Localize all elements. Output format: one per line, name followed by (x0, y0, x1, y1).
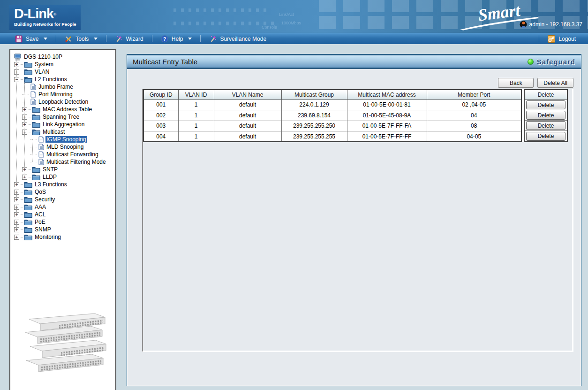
tree-item-label: Port Mirroring (38, 91, 74, 98)
content-area: DGS-1210-10P+System+VLAN−L2 FunctionsJum… (0, 44, 588, 390)
tree-guide-line (16, 61, 17, 237)
folder-icon (24, 61, 32, 68)
tree-connector (21, 192, 23, 192)
folder-icon (24, 234, 32, 240)
table-cell: 1 (178, 131, 214, 142)
help-button[interactable]: ? Help (152, 33, 201, 44)
user-address: admin - 192.168.3.37 (529, 21, 582, 28)
tree-connector (21, 229, 23, 230)
tree-item-label: DGS-1210-10P (23, 54, 63, 60)
tree-item-multicast[interactable]: −Multicast (14, 128, 115, 136)
logout-button[interactable]: Logout (539, 35, 588, 43)
tree-item-dgs-1210-10p[interactable]: DGS-1210-10P (14, 53, 115, 61)
tree-item-spanning-tree[interactable]: +Spanning Tree (14, 113, 115, 121)
tree-item-label: MLD Snooping (45, 144, 84, 150)
tree-item-system[interactable]: +System (14, 61, 115, 68)
tree-item-label: SNTP (42, 166, 59, 173)
tree-item-label: Spanning Tree (42, 114, 80, 120)
table-cell: 01-00-5E-7F-FF-FF (347, 131, 427, 142)
table-cell: 1 (178, 121, 214, 131)
save-button[interactable]: Save (7, 33, 56, 44)
table-cell: default (214, 99, 281, 110)
tree-item-l2-functions[interactable]: −L2 Functions (14, 76, 115, 83)
tree-item-label: LLDP (42, 174, 58, 180)
tree-item-qos[interactable]: +QoS (14, 188, 115, 196)
table-cell: 224.0.1.129 (281, 99, 347, 110)
tree-item-mld-snooping[interactable]: MLD Snooping (14, 143, 115, 151)
action-buttons: Back Delete All (498, 78, 573, 88)
folder-icon (32, 121, 40, 128)
safeguard-label: Safeguard (537, 58, 575, 66)
page-icon (30, 99, 36, 105)
tree-connector (21, 207, 23, 207)
delete-row-button-3[interactable]: Delete (526, 121, 565, 130)
tree-item-mac-address-table[interactable]: +MAC Address Table (14, 106, 115, 113)
delete-cell: Delete (525, 100, 567, 110)
tree-item-port-mirroring[interactable]: Port Mirroring (14, 91, 115, 98)
page-icon (30, 91, 36, 98)
tree-connector (30, 139, 37, 140)
tools-button[interactable]: Tools (56, 33, 106, 44)
page-icon (38, 159, 44, 165)
tree-item-label: ACL (34, 211, 46, 218)
tools-dropdown-caret[interactable] (94, 38, 98, 40)
back-button[interactable]: Back (498, 78, 534, 88)
toolbar: Save Tools Wizard ? Help (0, 33, 588, 44)
folder-icon (24, 226, 32, 233)
tree-item-label: L2 Functions (34, 76, 68, 83)
tree-item-jumbo-frame[interactable]: Jumbo Frame (14, 83, 115, 91)
tree-item-sntp[interactable]: +SNTP (14, 166, 115, 173)
tree-item-acl[interactable]: +ACL (14, 211, 115, 218)
table-row: 0021default239.69.8.15401-00-5E-45-08-9A… (143, 110, 521, 121)
tree-item-label: SNMP (34, 226, 52, 233)
tree-item-security[interactable]: +Security (14, 196, 115, 203)
tree-item-lldp[interactable]: +LLDP (14, 173, 115, 181)
delete-row-button-2[interactable]: Delete (526, 111, 565, 120)
tree-item-igmp-snooping[interactable]: IGMP Snooping (14, 136, 115, 143)
delete-row-button-4[interactable]: Delete (526, 132, 565, 141)
table-row: 0011default224.0.1.12901-00-5E-00-01-810… (143, 99, 521, 110)
table-cell: 01-00-5E-45-08-9A (347, 110, 427, 121)
tree-item-multicast-forwarding[interactable]: Multicast Forwarding (14, 151, 115, 158)
sidebar: DGS-1210-10P+System+VLAN−L2 FunctionsJum… (9, 49, 116, 390)
table-cell: 1 (178, 110, 214, 121)
table-inset: Group IDVLAN IDVLAN NameMulticast GroupM… (142, 89, 573, 352)
tree-connector (29, 169, 30, 170)
tree-item-label: Monitoring (34, 234, 62, 240)
table-row: 0041default239.255.255.25501-00-5E-7F-FF… (143, 131, 521, 142)
surveillance-mode-button[interactable]: Surveillance Mode (201, 33, 275, 44)
tree-connector (21, 64, 23, 65)
tree-item-monitoring[interactable]: +Monitoring (14, 233, 115, 241)
folder-icon (24, 69, 32, 75)
tree-connector (29, 132, 30, 132)
folder-open-icon (32, 129, 40, 135)
col-header-member-port: Member Port (427, 90, 521, 99)
folder-icon (24, 181, 32, 188)
folder-icon (32, 166, 40, 173)
help-dropdown-caret[interactable] (188, 38, 192, 40)
tree-item-link-aggregation[interactable]: +Link Aggregation (14, 121, 115, 128)
tree-item-aaa[interactable]: +AAA (14, 203, 115, 211)
tree-item-poe[interactable]: +PoE (14, 218, 115, 226)
table-cell: 001 (143, 99, 178, 110)
tree-guide-line (24, 83, 25, 177)
delete-all-button[interactable]: Delete All (537, 78, 573, 88)
save-dropdown-caret[interactable] (44, 38, 47, 40)
header: Link/Act 1000Mbps Console D-Link® Buildi… (0, 0, 588, 33)
tree-item-l3-functions[interactable]: +L3 Functions (14, 181, 115, 188)
folder-icon (24, 196, 32, 203)
tree-item-label: Multicast (42, 129, 66, 135)
tree-item-vlan[interactable]: +VLAN (14, 68, 115, 76)
wizard-icon (115, 35, 122, 43)
tree-connector (21, 222, 23, 222)
tree-item-multicast-filtering-mode[interactable]: Multicast Filtering Mode (14, 158, 115, 166)
tree-item-snmp[interactable]: +SNMP (14, 226, 115, 233)
registered-mark: ® (53, 12, 56, 16)
table-header-row: Group IDVLAN IDVLAN NameMulticast GroupM… (143, 90, 521, 99)
delete-row-button-1[interactable]: Delete (526, 100, 565, 109)
wizard-button[interactable]: Wizard (106, 33, 151, 44)
table-cell: 04-05 (427, 131, 521, 142)
tree-connector (29, 117, 30, 117)
tree-item-label: IGMP Snooping (45, 136, 87, 143)
tree-item-loopback-detection[interactable]: Loopback Detection (14, 98, 115, 106)
